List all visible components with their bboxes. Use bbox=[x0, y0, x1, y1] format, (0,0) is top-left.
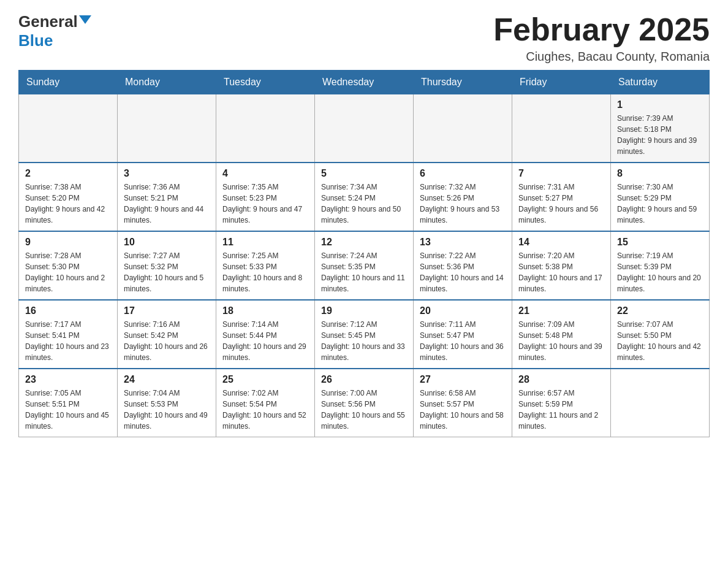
day-of-week-header: Wednesday bbox=[315, 71, 414, 94]
day-info: Sunrise: 7:34 AM Sunset: 5:24 PM Dayligh… bbox=[321, 182, 407, 226]
calendar-cell bbox=[414, 94, 512, 163]
day-number: 1 bbox=[617, 99, 703, 110]
day-number: 26 bbox=[321, 374, 407, 385]
location-text: Ciughes, Bacau County, Romania bbox=[493, 50, 710, 64]
calendar-cell: 16Sunrise: 7:17 AM Sunset: 5:41 PM Dayli… bbox=[19, 300, 118, 369]
day-number: 4 bbox=[222, 168, 308, 179]
calendar-cell: 10Sunrise: 7:27 AM Sunset: 5:32 PM Dayli… bbox=[118, 231, 216, 300]
day-number: 11 bbox=[222, 237, 308, 248]
day-info: Sunrise: 7:39 AM Sunset: 5:18 PM Dayligh… bbox=[617, 113, 703, 157]
calendar-cell: 3Sunrise: 7:36 AM Sunset: 5:21 PM Daylig… bbox=[118, 163, 216, 231]
day-info: Sunrise: 7:28 AM Sunset: 5:30 PM Dayligh… bbox=[25, 250, 111, 294]
day-info: Sunrise: 7:22 AM Sunset: 5:36 PM Dayligh… bbox=[420, 250, 506, 294]
day-info: Sunrise: 7:00 AM Sunset: 5:56 PM Dayligh… bbox=[321, 388, 407, 432]
calendar-cell: 17Sunrise: 7:16 AM Sunset: 5:42 PM Dayli… bbox=[118, 300, 216, 369]
calendar-cell: 18Sunrise: 7:14 AM Sunset: 5:44 PM Dayli… bbox=[216, 300, 315, 369]
day-of-week-header: Thursday bbox=[414, 71, 512, 94]
calendar-header-row: SundayMondayTuesdayWednesdayThursdayFrid… bbox=[19, 71, 710, 94]
day-number: 10 bbox=[124, 237, 210, 248]
day-number: 22 bbox=[617, 305, 703, 316]
calendar-cell: 13Sunrise: 7:22 AM Sunset: 5:36 PM Dayli… bbox=[414, 231, 512, 300]
calendar-week-row: 16Sunrise: 7:17 AM Sunset: 5:41 PM Dayli… bbox=[19, 300, 710, 369]
day-info: Sunrise: 7:20 AM Sunset: 5:38 PM Dayligh… bbox=[518, 250, 604, 294]
day-number: 8 bbox=[617, 168, 703, 179]
calendar-cell: 6Sunrise: 7:32 AM Sunset: 5:26 PM Daylig… bbox=[414, 163, 512, 231]
calendar-cell: 25Sunrise: 7:02 AM Sunset: 5:54 PM Dayli… bbox=[216, 369, 315, 437]
calendar-week-row: 9Sunrise: 7:28 AM Sunset: 5:30 PM Daylig… bbox=[19, 231, 710, 300]
day-info: Sunrise: 7:31 AM Sunset: 5:27 PM Dayligh… bbox=[518, 182, 604, 226]
day-number: 9 bbox=[25, 237, 111, 248]
day-number: 2 bbox=[25, 168, 111, 179]
day-number: 6 bbox=[420, 168, 506, 179]
day-info: Sunrise: 7:38 AM Sunset: 5:20 PM Dayligh… bbox=[25, 182, 111, 226]
day-number: 18 bbox=[222, 305, 308, 316]
day-info: Sunrise: 7:17 AM Sunset: 5:41 PM Dayligh… bbox=[25, 319, 111, 363]
calendar-cell: 14Sunrise: 7:20 AM Sunset: 5:38 PM Dayli… bbox=[512, 231, 611, 300]
calendar-cell: 1Sunrise: 7:39 AM Sunset: 5:18 PM Daylig… bbox=[611, 94, 710, 163]
calendar-week-row: 2Sunrise: 7:38 AM Sunset: 5:20 PM Daylig… bbox=[19, 163, 710, 231]
calendar-cell: 5Sunrise: 7:34 AM Sunset: 5:24 PM Daylig… bbox=[315, 163, 414, 231]
calendar-cell: 15Sunrise: 7:19 AM Sunset: 5:39 PM Dayli… bbox=[611, 231, 710, 300]
day-info: Sunrise: 7:12 AM Sunset: 5:45 PM Dayligh… bbox=[321, 319, 407, 363]
day-info: Sunrise: 7:09 AM Sunset: 5:48 PM Dayligh… bbox=[518, 319, 604, 363]
day-info: Sunrise: 6:57 AM Sunset: 5:59 PM Dayligh… bbox=[518, 388, 604, 432]
day-number: 27 bbox=[420, 374, 506, 385]
day-number: 5 bbox=[321, 168, 407, 179]
day-of-week-header: Tuesday bbox=[216, 71, 315, 94]
day-number: 17 bbox=[124, 305, 210, 316]
calendar-week-row: 1Sunrise: 7:39 AM Sunset: 5:18 PM Daylig… bbox=[19, 94, 710, 163]
title-block: February 2025 Ciughes, Bacau County, Rom… bbox=[493, 12, 710, 64]
calendar-cell: 20Sunrise: 7:11 AM Sunset: 5:47 PM Dayli… bbox=[414, 300, 512, 369]
day-info: Sunrise: 7:25 AM Sunset: 5:33 PM Dayligh… bbox=[222, 250, 308, 294]
day-number: 28 bbox=[518, 374, 604, 385]
day-info: Sunrise: 7:27 AM Sunset: 5:32 PM Dayligh… bbox=[124, 250, 210, 294]
calendar-cell: 7Sunrise: 7:31 AM Sunset: 5:27 PM Daylig… bbox=[512, 163, 611, 231]
day-number: 19 bbox=[321, 305, 407, 316]
day-number: 7 bbox=[518, 168, 604, 179]
logo-triangle-icon bbox=[79, 15, 91, 24]
calendar-cell: 24Sunrise: 7:04 AM Sunset: 5:53 PM Dayli… bbox=[118, 369, 216, 437]
logo-general-text: General bbox=[18, 12, 78, 31]
day-info: Sunrise: 7:07 AM Sunset: 5:50 PM Dayligh… bbox=[617, 319, 703, 363]
day-number: 3 bbox=[124, 168, 210, 179]
calendar-cell bbox=[118, 94, 216, 163]
day-of-week-header: Sunday bbox=[19, 71, 118, 94]
calendar-cell bbox=[315, 94, 414, 163]
calendar-cell: 26Sunrise: 7:00 AM Sunset: 5:56 PM Dayli… bbox=[315, 369, 414, 437]
calendar-cell: 22Sunrise: 7:07 AM Sunset: 5:50 PM Dayli… bbox=[611, 300, 710, 369]
calendar-table: SundayMondayTuesdayWednesdayThursdayFrid… bbox=[18, 70, 710, 437]
day-number: 14 bbox=[518, 237, 604, 248]
calendar-cell: 11Sunrise: 7:25 AM Sunset: 5:33 PM Dayli… bbox=[216, 231, 315, 300]
logo: General Blue bbox=[18, 12, 91, 50]
calendar-cell: 4Sunrise: 7:35 AM Sunset: 5:23 PM Daylig… bbox=[216, 163, 315, 231]
calendar-cell: 19Sunrise: 7:12 AM Sunset: 5:45 PM Dayli… bbox=[315, 300, 414, 369]
calendar-cell: 12Sunrise: 7:24 AM Sunset: 5:35 PM Dayli… bbox=[315, 231, 414, 300]
day-info: Sunrise: 7:35 AM Sunset: 5:23 PM Dayligh… bbox=[222, 182, 308, 226]
day-info: Sunrise: 7:30 AM Sunset: 5:29 PM Dayligh… bbox=[617, 182, 703, 226]
day-number: 23 bbox=[25, 374, 111, 385]
calendar-cell bbox=[19, 94, 118, 163]
month-title: February 2025 bbox=[493, 12, 710, 47]
calendar-cell: 9Sunrise: 7:28 AM Sunset: 5:30 PM Daylig… bbox=[19, 231, 118, 300]
calendar-cell: 2Sunrise: 7:38 AM Sunset: 5:20 PM Daylig… bbox=[19, 163, 118, 231]
day-info: Sunrise: 7:36 AM Sunset: 5:21 PM Dayligh… bbox=[124, 182, 210, 226]
calendar-cell bbox=[512, 94, 611, 163]
calendar-cell: 8Sunrise: 7:30 AM Sunset: 5:29 PM Daylig… bbox=[611, 163, 710, 231]
day-of-week-header: Friday bbox=[512, 71, 611, 94]
day-of-week-header: Monday bbox=[118, 71, 216, 94]
logo-blue-text: Blue bbox=[18, 31, 53, 50]
calendar-week-row: 23Sunrise: 7:05 AM Sunset: 5:51 PM Dayli… bbox=[19, 369, 710, 437]
day-number: 21 bbox=[518, 305, 604, 316]
calendar-cell bbox=[216, 94, 315, 163]
day-info: Sunrise: 7:02 AM Sunset: 5:54 PM Dayligh… bbox=[222, 388, 308, 432]
calendar-cell bbox=[611, 369, 710, 437]
day-of-week-header: Saturday bbox=[611, 71, 710, 94]
day-info: Sunrise: 7:24 AM Sunset: 5:35 PM Dayligh… bbox=[321, 250, 407, 294]
day-number: 25 bbox=[222, 374, 308, 385]
page-header: General Blue February 2025 Ciughes, Baca… bbox=[18, 12, 710, 64]
day-info: Sunrise: 7:05 AM Sunset: 5:51 PM Dayligh… bbox=[25, 388, 111, 432]
calendar-cell: 23Sunrise: 7:05 AM Sunset: 5:51 PM Dayli… bbox=[19, 369, 118, 437]
day-number: 15 bbox=[617, 237, 703, 248]
day-number: 16 bbox=[25, 305, 111, 316]
day-number: 20 bbox=[420, 305, 506, 316]
